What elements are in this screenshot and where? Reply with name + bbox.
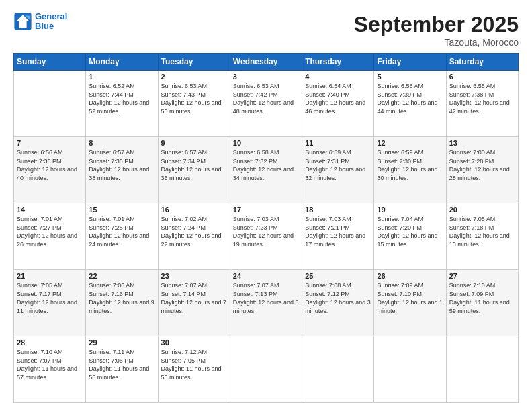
day-number: 23	[161, 272, 227, 280]
day-number: 6	[449, 73, 515, 81]
calendar-week-3: 14Sunrise: 7:01 AMSunset: 7:27 PMDayligh…	[14, 203, 519, 270]
calendar-cell: 18Sunrise: 7:03 AMSunset: 7:21 PMDayligh…	[302, 203, 374, 270]
weekday-friday: Friday	[374, 54, 446, 71]
day-number: 22	[89, 272, 154, 280]
day-number: 7	[17, 139, 83, 147]
cell-info: Sunrise: 7:01 AMSunset: 7:27 PMDaylight:…	[17, 215, 83, 248]
day-number: 10	[233, 139, 299, 147]
day-number: 9	[161, 139, 227, 147]
calendar-cell: 4Sunrise: 6:54 AMSunset: 7:40 PMDaylight…	[302, 71, 374, 137]
calendar-cell: 27Sunrise: 7:10 AMSunset: 7:09 PMDayligh…	[446, 270, 518, 336]
calendar-cell: 2Sunrise: 6:53 AMSunset: 7:43 PMDaylight…	[158, 71, 230, 137]
day-number: 29	[89, 338, 154, 347]
calendar-cell: 16Sunrise: 7:02 AMSunset: 7:24 PMDayligh…	[158, 203, 230, 270]
calendar-cell: 1Sunrise: 6:52 AMSunset: 7:44 PMDaylight…	[86, 71, 158, 137]
cell-info: Sunrise: 6:55 AMSunset: 7:38 PMDaylight:…	[449, 82, 515, 116]
calendar-cell: 10Sunrise: 6:58 AMSunset: 7:32 PMDayligh…	[230, 137, 302, 203]
calendar-cell: 25Sunrise: 7:08 AMSunset: 7:12 PMDayligh…	[302, 270, 374, 336]
day-number: 26	[377, 272, 443, 280]
day-number: 5	[377, 73, 443, 81]
calendar-cell: 15Sunrise: 7:01 AMSunset: 7:25 PMDayligh…	[86, 203, 158, 270]
weekday-wednesday: Wednesday	[230, 54, 302, 71]
location-subtitle: Tazouta, Morocco	[354, 37, 519, 48]
calendar-cell: 6Sunrise: 6:55 AMSunset: 7:38 PMDaylight…	[446, 71, 518, 137]
calendar-week-2: 7Sunrise: 6:56 AMSunset: 7:36 PMDaylight…	[14, 137, 519, 203]
weekday-header-row: SundayMondayTuesdayWednesdayThursdayFrid…	[14, 54, 519, 71]
calendar-cell: 5Sunrise: 6:55 AMSunset: 7:39 PMDaylight…	[374, 71, 446, 137]
cell-info: Sunrise: 6:59 AMSunset: 7:31 PMDaylight:…	[305, 148, 371, 182]
cell-info: Sunrise: 6:57 AMSunset: 7:35 PMDaylight:…	[89, 148, 154, 182]
day-number: 24	[233, 272, 299, 280]
title-block: September 2025 Tazouta, Morocco	[354, 12, 519, 48]
cell-info: Sunrise: 7:04 AMSunset: 7:20 PMDaylight:…	[377, 215, 443, 248]
month-title: September 2025	[354, 12, 519, 37]
cell-info: Sunrise: 6:55 AMSunset: 7:39 PMDaylight:…	[377, 82, 443, 116]
day-number: 18	[305, 205, 371, 214]
calendar-cell	[374, 336, 446, 403]
calendar-cell: 24Sunrise: 7:07 AMSunset: 7:13 PMDayligh…	[230, 270, 302, 336]
cell-info: Sunrise: 6:54 AMSunset: 7:40 PMDaylight:…	[305, 82, 371, 116]
calendar-cell: 28Sunrise: 7:10 AMSunset: 7:07 PMDayligh…	[14, 336, 86, 403]
logo-text: General Blue	[35, 12, 67, 32]
day-number: 13	[449, 139, 515, 147]
cell-info: Sunrise: 6:53 AMSunset: 7:42 PMDaylight:…	[233, 82, 299, 116]
calendar-cell: 19Sunrise: 7:04 AMSunset: 7:20 PMDayligh…	[374, 203, 446, 270]
calendar-page: General Blue September 2025 Tazouta, Mor…	[0, 0, 532, 411]
weekday-saturday: Saturday	[446, 54, 518, 71]
calendar-week-4: 21Sunrise: 7:05 AMSunset: 7:17 PMDayligh…	[14, 270, 519, 336]
cell-info: Sunrise: 7:07 AMSunset: 7:14 PMDaylight:…	[161, 281, 227, 315]
day-number: 25	[305, 272, 371, 280]
calendar-cell: 12Sunrise: 6:59 AMSunset: 7:30 PMDayligh…	[374, 137, 446, 203]
cell-info: Sunrise: 7:01 AMSunset: 7:25 PMDaylight:…	[89, 215, 154, 248]
day-number: 27	[449, 272, 515, 280]
cell-info: Sunrise: 7:09 AMSunset: 7:10 PMDaylight:…	[377, 281, 443, 315]
calendar-cell	[230, 336, 302, 403]
calendar-cell	[446, 336, 518, 403]
cell-info: Sunrise: 7:07 AMSunset: 7:13 PMDaylight:…	[233, 281, 299, 315]
cell-info: Sunrise: 7:03 AMSunset: 7:23 PMDaylight:…	[233, 215, 299, 248]
day-number: 12	[377, 139, 443, 147]
logo: General Blue	[13, 12, 67, 32]
day-number: 20	[449, 205, 515, 214]
cell-info: Sunrise: 6:57 AMSunset: 7:34 PMDaylight:…	[161, 148, 227, 182]
day-number: 4	[305, 73, 371, 81]
calendar-week-1: 1Sunrise: 6:52 AMSunset: 7:44 PMDaylight…	[14, 71, 519, 137]
cell-info: Sunrise: 7:10 AMSunset: 7:09 PMDaylight:…	[449, 281, 515, 315]
day-number: 19	[377, 205, 443, 214]
day-number: 15	[89, 205, 154, 214]
calendar-table: SundayMondayTuesdayWednesdayThursdayFrid…	[13, 53, 519, 403]
calendar-header: SundayMondayTuesdayWednesdayThursdayFrid…	[14, 54, 519, 71]
day-number: 2	[161, 73, 227, 81]
day-number: 17	[233, 205, 299, 214]
calendar-cell: 21Sunrise: 7:05 AMSunset: 7:17 PMDayligh…	[14, 270, 86, 336]
logo-icon	[13, 12, 32, 31]
calendar-cell: 26Sunrise: 7:09 AMSunset: 7:10 PMDayligh…	[374, 270, 446, 336]
calendar-cell: 11Sunrise: 6:59 AMSunset: 7:31 PMDayligh…	[302, 137, 374, 203]
calendar-cell: 8Sunrise: 6:57 AMSunset: 7:35 PMDaylight…	[86, 137, 158, 203]
cell-info: Sunrise: 7:05 AMSunset: 7:17 PMDaylight:…	[17, 281, 83, 315]
cell-info: Sunrise: 7:03 AMSunset: 7:21 PMDaylight:…	[305, 215, 371, 248]
cell-info: Sunrise: 7:08 AMSunset: 7:12 PMDaylight:…	[305, 281, 371, 315]
cell-info: Sunrise: 7:06 AMSunset: 7:16 PMDaylight:…	[89, 281, 154, 315]
calendar-cell: 13Sunrise: 7:00 AMSunset: 7:28 PMDayligh…	[446, 137, 518, 203]
calendar-cell: 22Sunrise: 7:06 AMSunset: 7:16 PMDayligh…	[86, 270, 158, 336]
calendar-cell	[14, 71, 86, 137]
cell-info: Sunrise: 6:58 AMSunset: 7:32 PMDaylight:…	[233, 148, 299, 182]
weekday-monday: Monday	[86, 54, 158, 71]
cell-info: Sunrise: 6:59 AMSunset: 7:30 PMDaylight:…	[377, 148, 443, 182]
cell-info: Sunrise: 7:12 AMSunset: 7:05 PMDaylight:…	[161, 348, 227, 381]
calendar-cell: 23Sunrise: 7:07 AMSunset: 7:14 PMDayligh…	[158, 270, 230, 336]
calendar-cell: 17Sunrise: 7:03 AMSunset: 7:23 PMDayligh…	[230, 203, 302, 270]
day-number: 8	[89, 139, 154, 147]
day-number: 30	[161, 338, 227, 347]
weekday-sunday: Sunday	[14, 54, 86, 71]
day-number: 14	[17, 205, 83, 214]
cell-info: Sunrise: 6:53 AMSunset: 7:43 PMDaylight:…	[161, 82, 227, 116]
cell-info: Sunrise: 7:05 AMSunset: 7:18 PMDaylight:…	[449, 215, 515, 248]
cell-info: Sunrise: 6:56 AMSunset: 7:36 PMDaylight:…	[17, 148, 83, 182]
calendar-body: 1Sunrise: 6:52 AMSunset: 7:44 PMDaylight…	[14, 71, 519, 403]
calendar-cell: 9Sunrise: 6:57 AMSunset: 7:34 PMDaylight…	[158, 137, 230, 203]
cell-info: Sunrise: 7:10 AMSunset: 7:07 PMDaylight:…	[17, 348, 83, 381]
calendar-cell: 14Sunrise: 7:01 AMSunset: 7:27 PMDayligh…	[14, 203, 86, 270]
calendar-week-5: 28Sunrise: 7:10 AMSunset: 7:07 PMDayligh…	[14, 336, 519, 403]
